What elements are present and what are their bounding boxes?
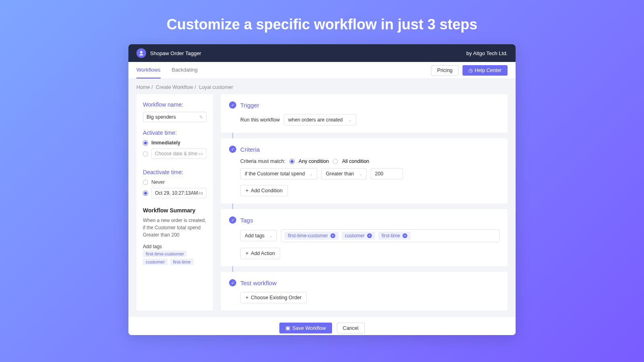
deactivate-date-value: Oct 29, 10:27:13AM <box>155 190 198 196</box>
radio-deactivate-date[interactable] <box>143 191 148 196</box>
tags-card: ✓ Tags Add tags ⌄ first-time-customer <box>221 209 508 266</box>
check-icon: ✓ <box>229 216 236 224</box>
pricing-button[interactable]: Pricing <box>431 65 458 76</box>
chevron-down-icon: ⌄ <box>269 234 272 238</box>
cancel-button[interactable]: Cancel <box>337 323 365 333</box>
criteria-field-value: if the Customer total spend <box>245 171 305 177</box>
tab-workflows[interactable]: Workflows <box>136 62 161 78</box>
add-condition-label: Add Condition <box>251 188 283 193</box>
add-action-label: Add Action <box>251 251 275 256</box>
app-logo-icon <box>136 48 146 58</box>
remove-tag-icon[interactable]: × <box>402 233 407 238</box>
tag-pill: first-time-customer × <box>285 232 338 240</box>
radio-all-condition[interactable] <box>333 159 338 164</box>
summary-add-tags-label: Add tags <box>143 244 162 249</box>
svg-point-0 <box>140 51 142 53</box>
trigger-run-label: Run this workflow <box>240 117 280 123</box>
remove-tag-icon[interactable]: × <box>330 233 335 238</box>
tag-text: customer <box>345 233 365 239</box>
save-workflow-label: Save Workflow <box>292 325 326 331</box>
check-icon: ✓ <box>229 101 236 109</box>
help-center-label: Help Center <box>475 68 502 73</box>
chevron-down-icon: ⌄ <box>310 172 313 176</box>
deactivate-date-input[interactable]: Oct 29, 10:27:13AM ▭ <box>151 188 206 198</box>
add-condition-button[interactable]: + Add Condition <box>240 185 288 196</box>
test-card: ✓ Test workflow + Choose Existing Order <box>221 272 508 311</box>
save-workflow-button[interactable]: ▣ Save Workflow <box>279 323 332 333</box>
summary-tag: first-time-customer <box>143 251 187 257</box>
plus-icon: + <box>246 188 248 193</box>
tab-backdating[interactable]: Backdating <box>172 62 198 78</box>
activate-immediately-label: Immediately <box>151 140 180 146</box>
radio-activate-date[interactable] <box>143 151 148 156</box>
breadcrumb-home[interactable]: Home <box>136 84 150 90</box>
app-title: Shopaw Order Tagger <box>150 50 201 56</box>
criteria-field-select[interactable]: if the Customer total spend ⌄ <box>240 168 317 179</box>
chevron-down-icon: ⌄ <box>349 118 352 122</box>
vendor-label: by Altgo Tech Ltd. <box>466 50 508 56</box>
tag-action-select[interactable]: Add tags ⌄ <box>240 230 277 241</box>
connector <box>232 133 233 138</box>
summary-tag: first-time <box>170 259 194 265</box>
help-center-button[interactable]: ◷ Help Center <box>462 65 508 76</box>
tag-pill: customer × <box>342 232 375 240</box>
deactivate-never-label: Never <box>151 179 165 185</box>
app-window: Shopaw Order Tagger by Altgo Tech Ltd. W… <box>128 44 516 335</box>
choose-existing-order-button[interactable]: + Choose Existing Order <box>240 292 307 303</box>
remove-tag-icon[interactable]: × <box>367 233 372 238</box>
right-panel: ✓ Trigger Run this workflow when orders … <box>221 94 508 311</box>
connector <box>232 266 233 272</box>
summary-tags-row: Add tags first-time-customer customer fi… <box>143 243 206 266</box>
tag-text: first-time-customer <box>288 233 328 239</box>
tag-text: first-time <box>382 233 400 239</box>
plus-icon: + <box>246 295 248 300</box>
check-icon: ✓ <box>229 146 236 153</box>
tags-input[interactable]: first-time-customer × customer × first-t… <box>281 229 500 242</box>
toolbar: Workflows Backdating Pricing ◷ Help Cent… <box>128 62 516 79</box>
test-title: Test workflow <box>240 280 277 286</box>
choose-existing-order-label: Choose Existing Order <box>251 295 301 300</box>
deactivate-time-label: Deactivate time: <box>143 169 206 175</box>
app-header: Shopaw Order Tagger by Altgo Tech Ltd. <box>128 44 516 62</box>
workflow-name-label: Workflow name: <box>143 101 206 108</box>
any-condition-label: Any condition <box>299 158 329 164</box>
criteria-value: 200 <box>375 171 384 177</box>
workflow-name-input[interactable]: Big spenders ✎ <box>143 112 206 122</box>
criteria-title: Criteria <box>240 146 260 153</box>
left-panel: Workflow name: Big spenders ✎ Activate t… <box>136 94 213 311</box>
breadcrumb-create[interactable]: Create Workflow <box>156 84 193 90</box>
calendar-icon: ▭ <box>198 151 203 156</box>
radio-deactivate-never[interactable] <box>143 180 148 185</box>
criteria-operator-value: Greater than <box>326 171 354 177</box>
criteria-card: ✓ Criteria Criteria must match: Any cond… <box>221 138 508 204</box>
check-icon: ✓ <box>229 279 236 286</box>
criteria-match-label: Criteria must match: <box>240 158 285 164</box>
add-action-button[interactable]: + Add Action <box>240 248 280 259</box>
radio-any-condition[interactable] <box>289 159 295 164</box>
activate-date-input[interactable]: Choose date & time ▭ <box>151 148 206 159</box>
tag-action-value: Add tags <box>245 233 264 239</box>
clock-icon: ◷ <box>469 68 473 73</box>
workflow-name-value: Big spenders <box>147 114 176 120</box>
summary-text: When a new order is created, if the Cust… <box>143 217 206 239</box>
trigger-title: Trigger <box>240 102 259 109</box>
radio-activate-immediately[interactable] <box>143 140 148 146</box>
tags-title: Tags <box>240 217 253 224</box>
trigger-run-select[interactable]: when orders are created ⌄ <box>284 114 356 125</box>
connector <box>232 204 233 209</box>
trigger-run-value: when orders are created <box>288 117 343 123</box>
hero-title: Customize a specific workflow in just 3 … <box>167 16 477 33</box>
trigger-card: ✓ Trigger Run this workflow when orders … <box>221 94 508 133</box>
criteria-operator-select[interactable]: Greater than ⌄ <box>321 168 366 179</box>
chevron-down-icon: ⌄ <box>359 172 362 176</box>
criteria-value-input[interactable]: 200 <box>371 168 403 179</box>
activate-date-placeholder: Choose date & time <box>155 151 197 156</box>
tag-pill: first-time × <box>378 232 411 240</box>
save-icon: ▣ <box>285 325 290 331</box>
all-condition-label: All condition <box>342 158 369 164</box>
workspace: Home/ Create Workflow/ Loyal customer Wo… <box>128 79 516 317</box>
breadcrumb-current: Loyal customer <box>199 84 233 90</box>
footer-actions: ▣ Save Workflow Cancel <box>128 317 516 335</box>
summary-title: Workflow Summary <box>143 207 206 214</box>
breadcrumb: Home/ Create Workflow/ Loyal customer <box>136 84 508 90</box>
